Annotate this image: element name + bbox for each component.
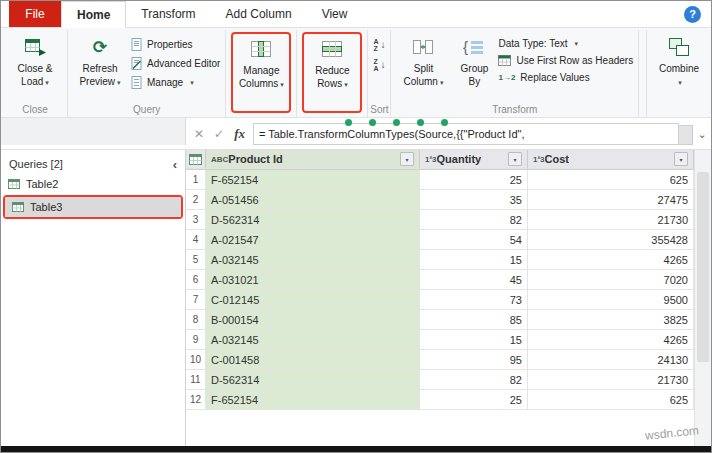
cost-cell[interactable]: 21730 [528,370,694,390]
split-column-button[interactable]: Split Column▾ [396,32,450,102]
data-type-button[interactable]: Data Type: Text ▾ [498,38,633,49]
row-number-cell[interactable]: 7 [186,290,206,310]
group-label-transform: Transform [391,104,638,115]
quantity-cell[interactable]: 82 [420,370,528,390]
use-first-row-as-headers-button[interactable]: Use First Row as Headers [498,55,633,66]
quantity-cell[interactable]: 15 [420,330,528,350]
quantity-cell[interactable]: 85 [420,310,528,330]
cost-cell[interactable]: 355428 [528,230,694,250]
row-number-cell[interactable]: 11 [186,370,206,390]
column-header-quantity[interactable]: 1²3 Quantity ▾ [420,150,528,169]
formula-check-icon[interactable]: ✓ [214,127,224,141]
row-number-cell[interactable]: 6 [186,270,206,290]
cost-cell[interactable]: 625 [528,170,694,190]
properties-icon [131,38,142,51]
help-icon[interactable]: ? [684,6,701,23]
table-corner-button[interactable] [186,150,206,169]
column-name: Cost [545,153,569,165]
quantity-cell[interactable]: 35 [420,190,528,210]
table-row: 2 A-051456 35 27475 [186,190,711,210]
table-header-row: ABC Product Id ▾ 1²3 Quantity ▾ 1²3 Cost… [186,150,711,170]
combine-button[interactable]: Combine ▾ [652,32,706,113]
close-and-load-button[interactable]: Close & Load▾ [8,32,62,102]
text-type-icon: ABC [211,155,228,164]
manage-columns-button[interactable]: Manage Columns▾ [234,34,288,111]
cost-cell[interactable]: 4265 [528,330,694,350]
column-header-cost[interactable]: 1²3 Cost ▾ [528,150,694,169]
tab-add-column[interactable]: Add Column [211,1,307,27]
quantity-cell[interactable]: 15 [420,250,528,270]
sort-descending-button[interactable]: ZA ↓ [373,58,385,72]
ribbon-tab-bar: File Home Transform Add Column View ? [1,1,711,28]
row-number-cell[interactable]: 12 [186,390,206,410]
cost-cell[interactable]: 21730 [528,210,694,230]
group-by-button[interactable]: { Group By [454,32,494,102]
quantity-cell[interactable]: 95 [420,350,528,370]
filter-button[interactable]: ▾ [508,152,522,166]
tab-transform[interactable]: Transform [126,1,210,27]
tab-view[interactable]: View [307,1,363,27]
quantity-cell[interactable]: 73 [420,290,528,310]
product-id-cell[interactable]: A-032145 [206,330,420,350]
fx-icon[interactable]: fx [234,126,245,142]
replace-values-button[interactable]: 1→2 Replace Values [498,72,633,83]
cost-cell[interactable]: 7020 [528,270,694,290]
column-header-product-id[interactable]: ABC Product Id ▾ [206,150,420,169]
row-number-cell[interactable]: 4 [186,230,206,250]
vertical-scrollbar[interactable] [694,150,711,446]
filter-button[interactable]: ▾ [400,152,414,166]
manage-button[interactable]: Manage ▾ [131,76,220,89]
product-id-cell[interactable]: A-021547 [206,230,420,250]
tab-home[interactable]: Home [61,1,126,28]
cost-cell[interactable]: 3825 [528,310,694,330]
formula-cancel-icon[interactable]: ✕ [194,127,204,141]
product-id-cell[interactable]: A-051456 [206,190,420,210]
cost-cell[interactable]: 9500 [528,290,694,310]
scrollbar-thumb[interactable] [697,172,709,362]
formula-expand-button[interactable]: ⌄ [693,123,711,145]
group-label-query: Query [68,104,225,115]
properties-button[interactable]: Properties [131,38,220,51]
formula-scrollbar[interactable] [679,125,693,145]
group-by-icon: { [463,35,485,59]
quantity-cell[interactable]: 25 [420,390,528,410]
chevron-down-icon: ▾ [440,79,444,86]
product-id-cell[interactable]: F-652154 [206,170,420,190]
row-number-cell[interactable]: 10 [186,350,206,370]
tab-file[interactable]: File [9,1,61,27]
formula-input[interactable]: = Table.TransformColumnTypes(Source,{{"P… [253,123,679,145]
product-id-cell[interactable]: C-012145 [206,290,420,310]
quantity-cell[interactable]: 82 [420,210,528,230]
collapse-pane-icon[interactable]: ‹ [173,158,177,171]
row-number-cell[interactable]: 9 [186,330,206,350]
product-id-cell[interactable]: F-652154 [206,390,420,410]
row-number-cell[interactable]: 5 [186,250,206,270]
product-id-cell[interactable]: D-562314 [206,370,420,390]
query-item-table3[interactable]: Table3 [5,197,181,217]
row-number-cell[interactable]: 2 [186,190,206,210]
advanced-editor-button[interactable]: Advanced Editor [131,57,220,70]
reduce-rows-button[interactable]: Reduce Rows▾ [305,34,359,111]
quantity-cell[interactable]: 25 [420,170,528,190]
quantity-cell[interactable]: 54 [420,230,528,250]
product-id-cell[interactable]: C-001458 [206,350,420,370]
cost-cell[interactable]: 27475 [528,190,694,210]
refresh-icon: ⟳ [93,39,107,56]
row-number-cell[interactable]: 8 [186,310,206,330]
formula-bar-spacer [1,118,186,145]
refresh-preview-button[interactable]: ⟳ Refresh Preview▾ [73,32,127,102]
row-number-cell[interactable]: 1 [186,170,206,190]
cost-cell[interactable]: 4265 [528,250,694,270]
product-id-cell[interactable]: D-562314 [206,210,420,230]
filter-button[interactable]: ▾ [674,152,688,166]
quantity-cell[interactable]: 45 [420,270,528,290]
sort-ascending-button[interactable]: AZ ↓ [373,38,385,52]
product-id-cell[interactable]: B-000154 [206,310,420,330]
row-number-cell[interactable]: 3 [186,210,206,230]
svg-text:{: { [463,38,468,55]
product-id-cell[interactable]: A-032145 [206,250,420,270]
product-id-cell[interactable]: A-031021 [206,270,420,290]
cost-cell[interactable]: 24130 [528,350,694,370]
query-item-table2[interactable]: Table2 [1,174,185,194]
cost-cell[interactable]: 625 [528,390,694,410]
